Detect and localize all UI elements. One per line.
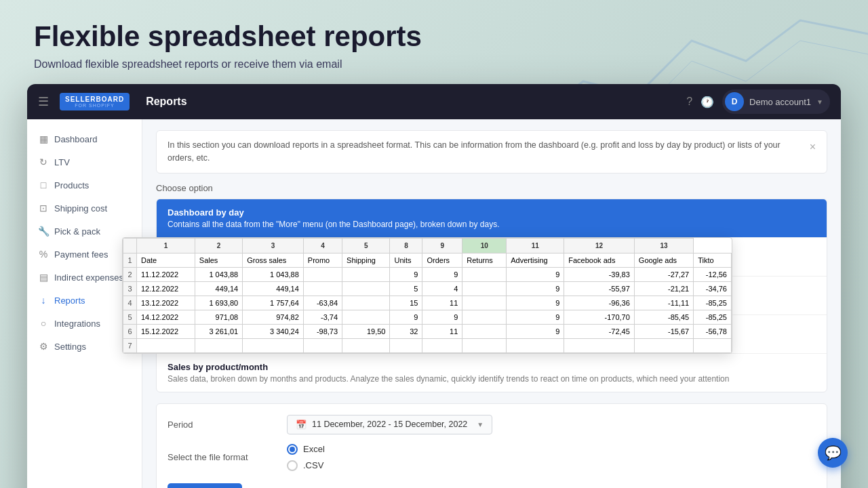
col-12: 12 (564, 239, 635, 253)
dashboard-icon: ▦ (38, 134, 49, 144)
format-row: Select the file format Excel .CSV (167, 444, 816, 471)
option-title: Dashboard by day (167, 207, 816, 218)
avatar: D (725, 92, 744, 111)
settings-section: Period 📅 11 December, 2022 - 15 December… (156, 403, 827, 489)
option-desc: Contains all the data from the "More" me… (167, 220, 816, 229)
navbar-actions: ? 🕐 D Demo account1 ▼ (686, 89, 830, 114)
option-title: Sales by product/month (167, 362, 816, 372)
navbar: ☰ SELLERBOARD FOR SHOPIFY Reports ? 🕐 D … (27, 84, 841, 119)
info-banner: In this section you can download reports… (156, 130, 827, 174)
hamburger-icon[interactable]: ☰ (38, 94, 49, 109)
payment-icon: % (38, 249, 49, 260)
info-text: In this section you can download reports… (167, 139, 803, 165)
sidebar-item-ltv[interactable]: ↻ LTV (27, 150, 142, 174)
app-logo: SELLERBOARD FOR SHOPIFY (60, 93, 130, 110)
hero-subtitle: Download flexible spreadsheet reports or… (34, 58, 834, 70)
ltv-icon: ↻ (38, 157, 49, 167)
format-excel-label: Excel (303, 444, 325, 454)
option-desc: Sales data, broken down by months and pr… (167, 374, 816, 384)
calendar-icon: 📅 (296, 420, 307, 430)
sidebar-label: Settings (54, 342, 86, 352)
sidebar-label: Indirect expenses (54, 272, 123, 283)
chat-bubble[interactable]: 💬 (818, 438, 848, 468)
help-icon[interactable]: ? (686, 96, 692, 108)
col-3: 3 (243, 239, 304, 253)
sidebar-label: Dashboard (54, 134, 98, 144)
table-row: 2 11.12.2022 1 043,88 1 043,88 9 9 9 -39… (123, 268, 732, 282)
table-row: 1 Date Sales Gross sales Promo Shipping … (123, 253, 732, 268)
radio-csv[interactable] (287, 460, 298, 471)
chevron-down-icon: ▼ (816, 98, 823, 106)
col-9: 9 (422, 239, 462, 253)
sidebar-label: Integrations (54, 319, 100, 329)
col-1: 1 (137, 239, 195, 253)
close-icon[interactable]: × (810, 139, 816, 155)
pick-pack-icon: 🔧 (38, 226, 49, 237)
col-8: 8 (390, 239, 422, 253)
chevron-down-icon: ▼ (477, 421, 484, 428)
radio-excel[interactable] (287, 444, 298, 455)
option-sales-by-product-month[interactable]: Sales by product/month Sales data, broke… (157, 354, 827, 392)
sidebar-label: LTV (54, 157, 70, 167)
shipping-icon: ⊡ (38, 203, 49, 214)
sidebar-label: Shipping cost (54, 203, 107, 214)
sidebar-label: Reports (54, 296, 85, 306)
hero-section: Flexible spreadsheet reports Download fl… (0, 0, 868, 84)
table-row: 5 14.12.2022 971,08 974,82 -3,74 9 9 9 -… (123, 310, 732, 325)
logo-bottom: FOR SHOPIFY (75, 103, 114, 108)
page-title: Reports (146, 96, 675, 108)
table-row: 6 15.12.2022 3 261,01 3 340,24 -98,73 19… (123, 325, 732, 339)
products-icon: □ (38, 180, 49, 190)
format-radio-group: Excel .CSV (287, 444, 325, 471)
sidebar-item-dashboard[interactable]: ▦ Dashboard (27, 127, 142, 150)
col-10: 10 (462, 239, 507, 253)
reports-icon: ↓ (38, 295, 49, 306)
download-button[interactable]: Download (167, 483, 242, 489)
period-selector[interactable]: 📅 11 December, 2022 - 15 December, 2022 … (287, 415, 492, 434)
col-11: 11 (507, 239, 564, 253)
chat-icon: 💬 (825, 445, 842, 461)
sidebar-label: Pick & pack (54, 226, 100, 237)
spreadsheet-table: 1 2 3 4 5 8 9 10 11 12 13 1 Date Sales G… (123, 238, 732, 353)
table-row: 3 12.12.2022 449,14 449,14 5 4 9 -55,97 … (123, 282, 732, 296)
sidebar-label: Payment fees (54, 249, 108, 260)
user-menu[interactable]: D Demo account1 ▼ (722, 89, 830, 114)
table-row: 4 13.12.2022 1 693,80 1 757,64 -63,84 15… (123, 296, 732, 310)
col-2: 2 (195, 239, 242, 253)
corner-cell (123, 239, 137, 253)
period-label: Period (167, 420, 276, 430)
notifications-icon[interactable]: 🕐 (701, 96, 714, 108)
format-csv[interactable]: .CSV (287, 460, 325, 471)
choose-option-label: Choose option (156, 183, 827, 193)
sidebar-label: Products (54, 180, 89, 190)
indirect-icon: ▤ (38, 272, 49, 283)
integrations-icon: ○ (38, 318, 49, 329)
format-csv-label: .CSV (303, 460, 323, 470)
settings-icon: ⚙ (38, 341, 49, 352)
period-value: 11 December, 2022 - 15 December, 2022 (312, 420, 467, 429)
hero-title: Flexible spreadsheet reports (34, 20, 834, 53)
logo-top: SELLERBOARD (65, 96, 124, 103)
format-excel[interactable]: Excel (287, 444, 325, 455)
spreadsheet-overlay: 1 2 3 4 5 8 9 10 11 12 13 1 Date Sales G… (122, 237, 732, 354)
col-5: 5 (342, 239, 390, 253)
sidebar-item-shipping-cost[interactable]: ⊡ Shipping cost (27, 197, 142, 220)
col-13: 13 (634, 239, 693, 253)
table-row: 7 (123, 339, 732, 353)
username: Demo account1 (749, 97, 811, 107)
col-4: 4 (303, 239, 342, 253)
period-row: Period 📅 11 December, 2022 - 15 December… (167, 415, 816, 434)
sidebar-item-products[interactable]: □ Products (27, 174, 142, 197)
format-label: Select the file format (167, 452, 276, 462)
option-dashboard-by-day[interactable]: Dashboard by day Contains all the data f… (157, 199, 827, 238)
